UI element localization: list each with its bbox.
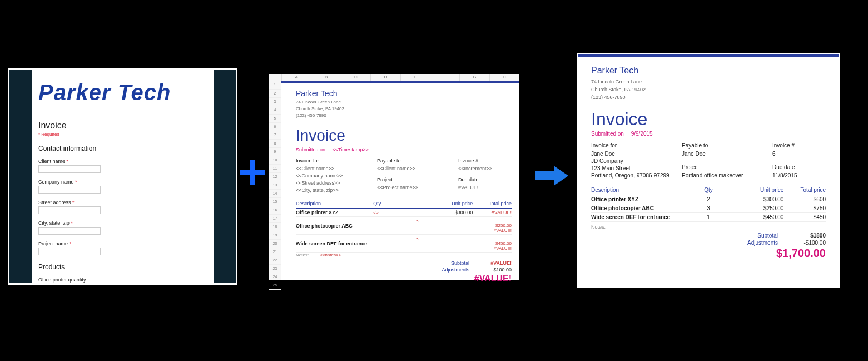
col-H[interactable]: H [490, 74, 519, 81]
input-city[interactable] [38, 227, 101, 235]
table-row: Office photocopier ABC3$250.00$750 [591, 204, 826, 213]
col-D[interactable]: D [371, 74, 400, 81]
subtotal-value: #VALUE! [478, 260, 512, 266]
cell-total: #VALUE! [473, 210, 512, 215]
val-payable: Jane Doe [682, 150, 769, 157]
row-header[interactable]: 7 [269, 131, 281, 140]
row-header[interactable]: 10 [269, 156, 281, 165]
row-header[interactable]: 11 [269, 165, 281, 173]
col-G[interactable]: G [460, 74, 489, 81]
grand-total: $1,700.00 [776, 247, 826, 260]
row-header[interactable]: 5 [269, 115, 281, 123]
th-total: Total price [783, 187, 826, 193]
subtotal-label: Subtotal [757, 233, 778, 239]
cell-total: #VALUE! [416, 228, 512, 233]
row-header[interactable]: 2 [269, 90, 281, 98]
table-row: Wide screen DEF for entrance<$450.00#VAL… [296, 235, 512, 253]
row-header[interactable]: 23 [269, 265, 281, 273]
meta-payable-to: Payable to [682, 142, 769, 149]
company-name: Parker Tech [296, 89, 512, 98]
row-header[interactable]: 9 [269, 148, 281, 156]
field-street: Street address * [38, 199, 207, 214]
submitted-label: Submitted on [296, 147, 325, 152]
row-header[interactable]: 25 [269, 281, 281, 290]
input-company[interactable] [38, 186, 101, 194]
field-company: Company name * [38, 179, 207, 194]
row-header[interactable]: 8 [269, 140, 281, 148]
col-E[interactable]: E [401, 74, 430, 81]
company-name: Parker Tech [591, 66, 826, 76]
required-asterisk: * [72, 200, 75, 205]
ph-project: <<Project name>> [377, 184, 455, 191]
arrow-icon [535, 165, 568, 187]
form-panel: Parker Tech Invoice * Required Contact i… [8, 68, 237, 285]
company-addr2: Church Stoke, PA 19402 [591, 86, 826, 93]
meta-invoice-num: Invoice # [772, 142, 822, 149]
row-header[interactable]: 21 [269, 248, 281, 256]
plus-icon [240, 160, 265, 185]
row-header[interactable]: 20 [269, 240, 281, 248]
due-error: #VALUE! [458, 184, 508, 191]
th-qty: Qty [675, 187, 741, 193]
adjustments-value: -$100.00 [478, 267, 512, 273]
col-F[interactable]: F [430, 74, 460, 81]
row-header[interactable]: 24 [269, 273, 281, 281]
cell-desc: Office photocopier ABC [296, 223, 416, 229]
meta-payable-to: Payable to [377, 158, 455, 164]
row-header[interactable]: 14 [269, 190, 281, 198]
row-header[interactable]: 19 [269, 231, 281, 240]
label-street: Street address [38, 200, 71, 205]
cell-unit: $450.00 [742, 214, 784, 220]
table-row: Wide screen DEF for entrance1$450.00$450 [591, 213, 826, 222]
adjustments-label: Adjustments [747, 240, 778, 246]
subtotal-label: Subtotal [451, 260, 469, 266]
ph-street: <<Street address>> [296, 180, 374, 187]
label-company: Company name [38, 179, 74, 185]
row-header[interactable]: 4 [269, 106, 281, 115]
row-header[interactable]: 6 [269, 123, 281, 131]
row-header[interactable]: 18 [269, 223, 281, 231]
th-desc: Description [591, 187, 675, 193]
row-header[interactable]: 1 [269, 81, 281, 90]
col-A[interactable]: A [282, 74, 311, 81]
company-addr2: Church Stoke, PA 19402 [296, 106, 512, 112]
row-header[interactable]: 16 [269, 206, 281, 215]
row-header[interactable]: 22 [269, 256, 281, 265]
label-client: Client name [38, 159, 65, 164]
cell-desc: Office printer XYZ [591, 196, 675, 202]
company-logo: Parker Tech [38, 80, 207, 105]
column-headers: A B C D E F G H [269, 74, 519, 81]
input-client[interactable] [38, 165, 101, 173]
cell-desc: Wide screen DEF for entrance [296, 241, 416, 246]
val-number: 6 [772, 150, 822, 157]
row-header[interactable]: 17 [269, 215, 281, 223]
grand-total: #VALUE! [474, 274, 512, 284]
cell-unit: $250.00 [742, 205, 784, 211]
ph-city: <<City, state, zip>> [296, 187, 374, 194]
cell-desc: Office photocopier ABC [591, 205, 675, 211]
th-unit: Unit price [434, 201, 473, 206]
row-header[interactable]: 12 [269, 173, 281, 181]
row-header[interactable]: 13 [269, 181, 281, 190]
row-header[interactable]: 3 [269, 98, 281, 106]
val-project: Portland office makeover [682, 172, 769, 179]
required-asterisk: * [67, 159, 69, 164]
cell-total: $750 [783, 205, 826, 211]
val-company: JD Company [591, 157, 678, 165]
adjustments-value: -$100.00 [787, 240, 826, 246]
input-project[interactable] [38, 248, 101, 255]
col-C[interactable]: C [341, 74, 371, 81]
cell-qty: 2 [675, 196, 741, 202]
cell-unit: $450.00 [416, 241, 512, 246]
required-note: * Required [38, 132, 207, 137]
table-row: Office printer XYZ2$300.00$600 [591, 195, 826, 204]
row-header[interactable]: 15 [269, 198, 281, 206]
col-B[interactable]: B [311, 74, 341, 81]
cell-qty: <> [373, 210, 434, 215]
cell-qty: 3 [675, 205, 741, 211]
input-street[interactable] [38, 206, 101, 214]
field-project: Project name * [38, 240, 207, 255]
meta-due-date: Due date [772, 164, 822, 170]
submitted-value: <<Timestamp>> [333, 147, 369, 152]
th-unit: Unit price [742, 187, 784, 193]
